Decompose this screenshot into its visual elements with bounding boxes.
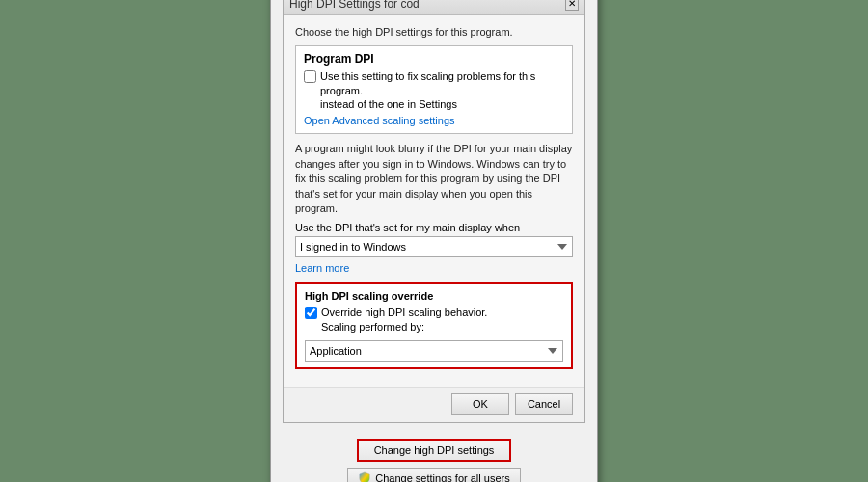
inner-footer: OK Cancel: [284, 387, 584, 422]
override-checkbox-row: Override high DPI scaling behavior. Scal…: [305, 306, 563, 334]
program-dpi-label: Program DPI: [304, 52, 564, 66]
inner-dialog: High DPI Settings for cod ✕ Choose the h…: [283, 0, 585, 423]
inner-titlebar: High DPI Settings for cod ✕: [284, 0, 584, 15]
dropdown-label: Use the DPI that's set for my main displ…: [295, 222, 573, 233]
inner-title: High DPI Settings for cod: [289, 0, 420, 11]
dpi-display-dropdown[interactable]: I signed in to Windows: [295, 236, 573, 257]
high-dpi-override-box: High DPI scaling override Override high …: [295, 282, 573, 369]
program-dpi-checkbox[interactable]: [304, 70, 316, 83]
change-dpi-button[interactable]: Change high DPI settings: [357, 439, 512, 462]
override-checkbox-label: Override high DPI scaling behavior. Scal…: [321, 306, 487, 334]
program-dpi-checkbox-label: Use this setting to fix scaling problems…: [320, 69, 564, 111]
learn-more-row: Learn more: [295, 261, 573, 275]
program-dpi-box: Program DPI Use this setting to fix scal…: [295, 45, 573, 134]
outer-footer: Change high DPI settings Change settings…: [271, 433, 597, 482]
inner-cancel-button[interactable]: Cancel: [515, 393, 573, 415]
high-dpi-override-title: High DPI scaling override: [305, 290, 563, 302]
info-text: A program might look blurry if the DPI f…: [295, 142, 573, 216]
open-advanced-scaling-link[interactable]: Open Advanced scaling settings: [304, 115, 455, 126]
inner-close-button[interactable]: ✕: [565, 0, 579, 11]
choose-text: Choose the high DPI settings for this pr…: [295, 25, 573, 40]
override-checkbox[interactable]: [305, 307, 317, 319]
scaling-dropdown[interactable]: Application: [305, 340, 563, 362]
change-settings-all-users-button[interactable]: Change settings for all users: [347, 468, 521, 482]
program-dpi-checkbox-row: Use this setting to fix scaling problems…: [304, 69, 564, 111]
outer-body: High DPI Settings for cod ✕ Choose the h…: [271, 0, 597, 433]
inner-body: Choose the high DPI settings for this pr…: [284, 15, 584, 387]
inner-ok-button[interactable]: OK: [451, 393, 509, 415]
learn-more-link[interactable]: Learn more: [295, 262, 349, 274]
shield-icon: [358, 471, 371, 482]
outer-window: cod Properties ✕ High DPI Settings for c…: [270, 0, 598, 482]
